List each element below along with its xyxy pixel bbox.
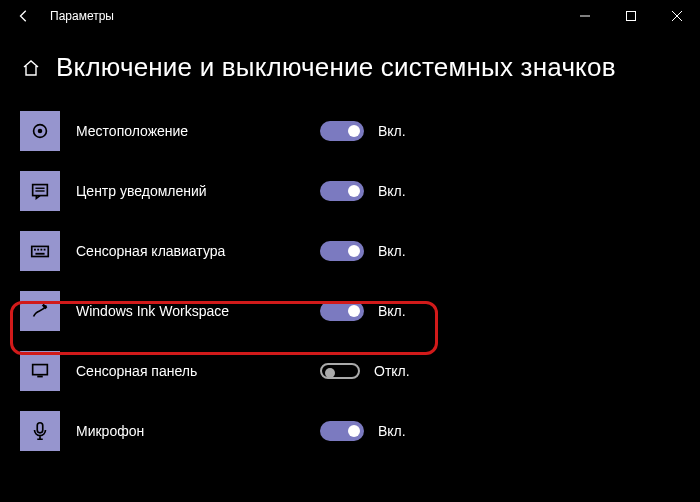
svg-rect-13	[33, 365, 48, 375]
svg-rect-10	[40, 249, 42, 251]
minimize-button[interactable]	[562, 0, 608, 32]
setting-row-microphone: МикрофонВкл.	[20, 401, 700, 461]
setting-label: Сенсорная клавиатура	[76, 243, 320, 259]
setting-row-ink-workspace: Windows Ink WorkspaceВкл.	[20, 281, 700, 341]
svg-point-3	[38, 129, 43, 134]
toggle-ink-workspace[interactable]	[320, 301, 364, 321]
window-title: Параметры	[50, 9, 114, 23]
microphone-icon	[20, 411, 60, 451]
location-icon	[20, 111, 60, 151]
ink-workspace-icon	[20, 291, 60, 331]
maximize-button[interactable]	[608, 0, 654, 32]
svg-rect-12	[35, 253, 44, 255]
setting-label: Центр уведомлений	[76, 183, 320, 199]
setting-row-touch-keyboard: Сенсорная клавиатураВкл.	[20, 221, 700, 281]
toggle-touchpad[interactable]	[320, 363, 360, 379]
toggle-microphone[interactable]	[320, 421, 364, 441]
touch-keyboard-icon	[20, 231, 60, 271]
toggle-state-label: Вкл.	[378, 123, 406, 139]
svg-rect-9	[37, 249, 39, 251]
toggle-state-label: Откл.	[374, 363, 410, 379]
toggle-touch-keyboard[interactable]	[320, 241, 364, 261]
svg-rect-15	[37, 423, 43, 433]
svg-rect-11	[44, 249, 46, 251]
setting-row-location: МестоположениеВкл.	[20, 101, 700, 161]
home-icon[interactable]	[20, 57, 42, 79]
window-controls	[562, 0, 700, 32]
toggle-location[interactable]	[320, 121, 364, 141]
toggle-state-label: Вкл.	[378, 183, 406, 199]
svg-rect-7	[32, 246, 49, 256]
titlebar: Параметры	[0, 0, 700, 32]
toggle-state-label: Вкл.	[378, 303, 406, 319]
touchpad-icon	[20, 351, 60, 391]
page-header: Включение и выключение системных значков	[0, 32, 700, 101]
toggle-action-center[interactable]	[320, 181, 364, 201]
setting-label: Сенсорная панель	[76, 363, 320, 379]
setting-label: Windows Ink Workspace	[76, 303, 320, 319]
back-button[interactable]	[8, 0, 40, 32]
setting-label: Микрофон	[76, 423, 320, 439]
setting-row-touchpad: Сенсорная панельОткл.	[20, 341, 700, 401]
settings-list: МестоположениеВкл.Центр уведомленийВкл.С…	[0, 101, 700, 461]
svg-rect-1	[627, 12, 636, 21]
close-button[interactable]	[654, 0, 700, 32]
toggle-state-label: Вкл.	[378, 423, 406, 439]
page-title: Включение и выключение системных значков	[56, 52, 616, 83]
svg-rect-14	[37, 376, 43, 378]
toggle-state-label: Вкл.	[378, 243, 406, 259]
setting-row-action-center: Центр уведомленийВкл.	[20, 161, 700, 221]
svg-rect-8	[34, 249, 36, 251]
setting-label: Местоположение	[76, 123, 320, 139]
action-center-icon	[20, 171, 60, 211]
svg-rect-4	[33, 185, 48, 196]
